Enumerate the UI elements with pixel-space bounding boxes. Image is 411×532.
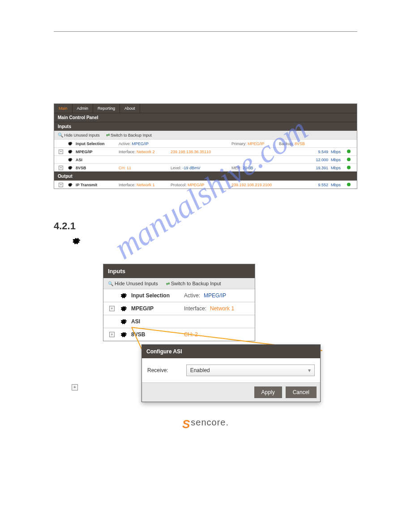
- gear-icon[interactable]: [120, 292, 128, 299]
- gear-icon[interactable]: [67, 182, 73, 187]
- gear-icon[interactable]: [67, 157, 73, 162]
- gear-icon[interactable]: [120, 331, 128, 338]
- row-8vsb: + 8VSB CH: 11 Level: -19 dBmV MER: 20 dB…: [54, 163, 357, 172]
- status-dot: [347, 158, 351, 161]
- switch-backup-link[interactable]: ⇄ Switch to Backup Input: [106, 133, 152, 137]
- row-input-selection: Input Selection Active: MPEG/IP: [103, 289, 255, 302]
- row-mpegip: + MPEG/IP Interface: Network 1: [103, 302, 255, 315]
- output-header: Output: [54, 172, 357, 180]
- cancel-button[interactable]: Cancel: [286, 386, 317, 398]
- expand-icon[interactable]: +: [59, 183, 63, 187]
- expand-icon[interactable]: +: [109, 306, 115, 311]
- magnifier-icon: 🔍: [58, 133, 63, 137]
- hide-unused-link[interactable]: 🔍 Hide Unused Inputs: [58, 133, 100, 137]
- gear-icon[interactable]: [67, 141, 73, 146]
- hide-unused-link[interactable]: 🔍 Hide Unused Inputs: [108, 281, 158, 286]
- tab-main[interactable]: Main: [54, 104, 73, 113]
- receive-select[interactable]: Enabled ▾: [186, 365, 315, 376]
- row-output: + IP Transmit Interface: Network 1 Proto…: [54, 180, 357, 189]
- tab-bar: Main Admin Reporting About: [54, 104, 357, 113]
- gear-icon[interactable]: [120, 318, 128, 325]
- switch-icon: ⇄: [106, 133, 110, 137]
- logo-s: S: [182, 417, 190, 431]
- row-asi: ASI: [103, 315, 255, 328]
- switch-icon: ⇄: [166, 281, 170, 286]
- sencore-logo: S sencore.: [0, 417, 411, 431]
- para-gear: [54, 236, 357, 246]
- row-mpegip: + MPEG/IP Interface: Network 2 239.198.1…: [54, 147, 357, 155]
- panel-title: Main Control Panel: [54, 113, 357, 122]
- page-rule: [54, 31, 357, 32]
- tab-reporting[interactable]: Reporting: [93, 104, 120, 113]
- expand-icon[interactable]: +: [59, 150, 63, 154]
- gear-icon[interactable]: [67, 149, 73, 154]
- expand-icon[interactable]: +: [59, 166, 63, 170]
- row-input-selection: Input Selection Active: MPEG/IP Primary:…: [54, 139, 357, 147]
- status-dot: [347, 150, 351, 153]
- expand-icon: +: [72, 384, 78, 390]
- status-dot: [347, 166, 351, 169]
- dialog-title: Configure ASI: [142, 345, 320, 358]
- row-asi: ASI 12.000 Mbps: [54, 155, 357, 163]
- logo-text: sencore.: [191, 417, 229, 431]
- configure-figure: Inputs 🔍 Hide Unused Inputs ⇄ Switch to …: [103, 264, 308, 341]
- row-8vsb: + 8VSB CH: 2: [103, 328, 255, 341]
- apply-button[interactable]: Apply: [254, 386, 282, 398]
- gear-icon: [72, 236, 81, 245]
- inputs-header: Inputs: [54, 122, 357, 131]
- tab-about[interactable]: About: [120, 104, 140, 113]
- inputs-panel-detail: Inputs 🔍 Hide Unused Inputs ⇄ Switch to …: [103, 264, 255, 341]
- magnifier-icon: 🔍: [108, 281, 113, 286]
- status-dot: [347, 183, 351, 186]
- main-control-panel: Main Admin Reporting About Main Control …: [54, 103, 357, 189]
- inputs-header: Inputs: [103, 264, 255, 278]
- switch-backup-link[interactable]: ⇄ Switch to Backup Input: [166, 281, 221, 286]
- inputs-toolbar: 🔍 Hide Unused Inputs ⇄ Switch to Backup …: [103, 278, 255, 289]
- inputs-toolbar: 🔍 Hide Unused Inputs ⇄ Switch to Backup …: [54, 131, 357, 139]
- tab-admin[interactable]: Admin: [73, 104, 94, 113]
- section-number: 4.2.1: [54, 220, 411, 232]
- gear-icon[interactable]: [120, 305, 128, 312]
- expand-icon[interactable]: +: [109, 332, 115, 337]
- gear-icon[interactable]: [67, 165, 73, 170]
- configure-asi-dialog: Configure ASI Receive: Enabled ▾ Apply C…: [141, 344, 321, 402]
- chevron-down-icon: ▾: [308, 367, 311, 373]
- receive-label: Receive:: [147, 367, 168, 373]
